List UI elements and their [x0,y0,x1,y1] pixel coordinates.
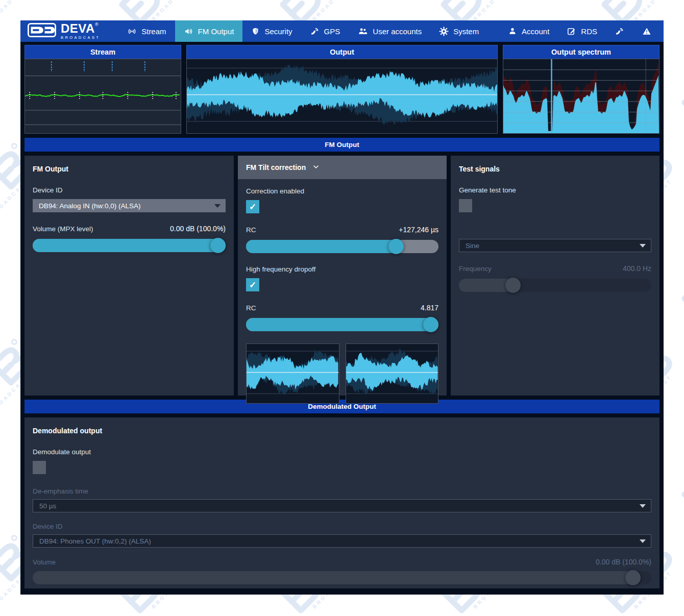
test-tone-label: Generate test tone [459,186,651,194]
mpx-volume-label: Volume (MPX level) [33,225,93,233]
chevron-down-icon [640,244,646,248]
stream-level-chart [25,59,181,134]
brand-logo: DEVA® BROADCAST [20,20,107,42]
spectrum-monitor-title: Output spectrum [503,45,659,59]
mpx-volume-slider[interactable] [33,239,226,252]
frequency-value: 400.0 Hz [623,264,651,273]
nav-tabs: Stream FM Output Security GPS User accou… [118,20,487,42]
tab-label: User accounts [373,27,422,36]
demodulate-output-checkbox[interactable] [33,461,46,474]
fm-output-panel-title: FM Output [33,165,226,173]
slider-thumb[interactable] [210,238,226,253]
fm-output-section: FM Output Device ID DB94: Analog IN (hw:… [25,156,659,396]
frequency-slider[interactable] [459,279,651,292]
tab-label: FM Output [198,27,234,36]
deva-watermark: BROADCAST [676,42,684,132]
fm-output-section-bar: FM Output [25,138,659,152]
device-id-value: DB94: Analog IN (hw:0,0) (ALSA) [39,202,141,210]
stream-monitor-title: Stream [25,45,181,59]
person-icon [508,27,517,36]
chevron-down-icon [640,504,646,508]
broadcast-icon [127,27,137,36]
slider-thumb[interactable] [625,570,641,585]
mpx-volume-value: 0.00 dB (100.0%) [170,225,226,233]
tab-label: System [453,27,479,36]
device-id-select[interactable]: DB94: Analog IN (hw:0,0) (ALSA) [33,199,226,212]
stream-monitor: Stream [25,45,181,134]
test-signals-panel: Test signals Generate test tone Sine Fre… [451,156,659,396]
tab-gps[interactable]: GPS [301,20,349,42]
demodulated-output-panel: Demodulated output Demodulate output De-… [25,417,659,588]
output-spectrum-chart [503,59,659,134]
tilt-waveform-after-chart [346,343,439,404]
tab-stream[interactable]: Stream [118,20,175,42]
gear-icon [439,27,449,36]
tab-label: Security [264,27,292,36]
chevron-down-icon [214,204,221,208]
correction-enabled-label: Correction enabled [246,187,438,195]
shield-icon [251,27,260,36]
tab-security[interactable]: Security [242,20,301,42]
tilt-waveform-before-chart [246,343,339,404]
frequency-label: Frequency [459,265,492,273]
demod-device-id-label: Device ID [33,523,651,530]
deva-watermark: BROADCAST [676,434,684,524]
alert-button[interactable] [633,20,661,42]
correction-enabled-checkbox[interactable] [246,200,259,213]
output-monitor: Output [186,45,498,134]
device-id-label: Device ID [33,186,226,194]
demodulated-output-title: Demodulated output [33,427,651,435]
slider-fill [246,240,396,253]
slider-fill [33,239,226,252]
slider-thumb[interactable] [505,278,521,293]
account-menu[interactable]: Account [499,20,558,42]
spectrum-monitor: Output spectrum [503,45,659,134]
deemphasis-value: 50 µs [39,502,56,510]
tilt-preview-row [246,343,438,404]
tab-label: GPS [324,27,340,36]
satellite-icon [310,27,320,36]
demod-device-id-value: DB94: Phones OUT (hw:0,2) (ALSA) [39,537,151,545]
rc1-slider[interactable] [246,240,438,253]
app-window: DEVA® BROADCAST Stream FM Output Securit… [20,20,664,595]
demodulate-output-label: Demodulate output [33,448,651,456]
deva-watermark: BROADCAST [676,238,684,328]
demod-volume-slider[interactable] [33,571,651,584]
output-monitor-title: Output [186,45,498,59]
rc1-label: RC [246,226,256,234]
chevron-down-icon [312,163,320,173]
fm-tilt-panel: FM Tilt correction Correction enabled RC… [238,156,447,396]
dropoff-checkbox[interactable] [246,278,259,291]
rc2-slider[interactable] [246,318,438,331]
waveform-select[interactable]: Sine [459,239,651,252]
edit-icon [567,27,576,36]
rds-menu[interactable]: RDS [558,20,606,42]
test-signals-title: Test signals [459,165,651,173]
fm-tilt-header-select[interactable]: FM Tilt correction [238,156,447,179]
nav-right-group: Account RDS [499,20,664,42]
deemphasis-select[interactable]: 50 µs [33,499,651,512]
demod-device-id-select[interactable]: DB94: Phones OUT (hw:0,2) (ALSA) [33,534,651,548]
slider-fill [246,318,433,331]
tab-label: Stream [141,27,166,36]
registered-mark: ® [95,22,99,27]
deva-logo-icon [27,23,57,39]
account-label: Account [522,27,549,36]
slider-thumb[interactable] [388,239,404,254]
rc2-value: 4.817 [421,304,438,312]
demod-volume-value: 0.00 dB (100.0%) [596,558,651,566]
tab-user-accounts[interactable]: User accounts [349,20,430,42]
users-icon [357,27,368,36]
tab-fm-output[interactable]: FM Output [175,20,243,42]
navbar: DEVA® BROADCAST Stream FM Output Securit… [20,20,664,42]
remote-connection-icon [615,27,624,36]
dropoff-label: High frequency dropoff [246,265,438,273]
demod-volume-label: Volume [33,558,56,566]
slider-thumb[interactable] [423,317,438,332]
tab-system[interactable]: System [430,20,487,42]
deemphasis-label: De-emphasis time [33,487,651,495]
fm-tilt-header-label: FM Tilt correction [246,163,306,171]
test-tone-checkbox[interactable] [459,199,472,212]
fm-output-panel: FM Output Device ID DB94: Analog IN (hw:… [25,156,234,396]
remote-connection-button[interactable] [606,20,633,42]
